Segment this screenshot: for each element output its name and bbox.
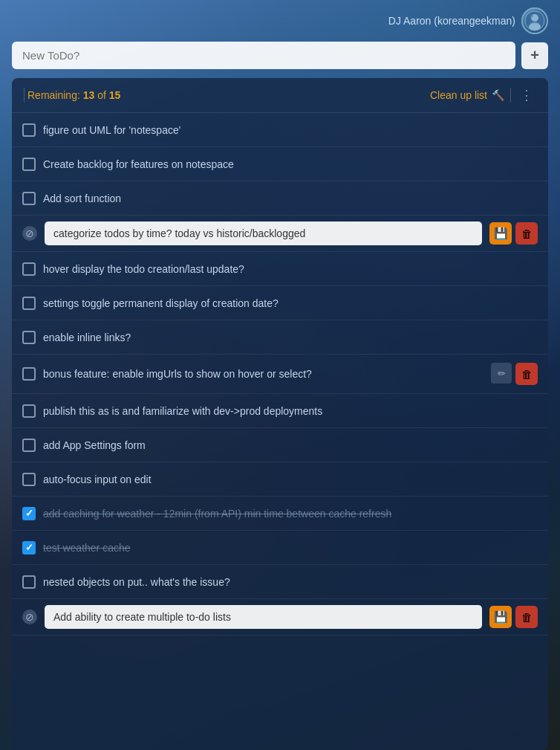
todo-checkbox-10[interactable] [22,439,36,452]
cancel-icon-15[interactable]: ⊘ [22,610,37,624]
todo-checkbox-11[interactable] [22,473,36,486]
todo-checkbox-14[interactable] [22,575,36,589]
todo-text-13: test weather cache [43,542,538,554]
add-todo-button[interactable]: + [521,42,548,69]
todo-item: settings toggle permanent display of cre… [12,286,548,320]
delete-icon: 🗑 [521,227,533,240]
todo-checkbox-3[interactable] [22,192,36,205]
save-button-15[interactable]: 💾 [489,606,512,628]
todo-text-11: auto-focus input on edit [43,473,538,485]
delete-icon: 🗑 [521,368,533,381]
todo-item: hover display the todo creation/last upd… [12,252,548,286]
new-todo-input[interactable] [12,42,515,69]
todo-checkbox-9[interactable] [22,404,36,418]
todo-item-edit: ⊘ 💾 🗑 [12,216,548,252]
todo-text-3: Add sort function [43,193,538,204]
todo-item-edit-last: ⊘ 💾 🗑 [12,599,548,636]
todo-text-5: hover display the todo creation/last upd… [43,263,538,275]
username: DJ Aaron (koreangeekman) [388,15,515,27]
todo-text-6: settings toggle permanent display of cre… [43,297,538,309]
todo-item: auto-focus input on edit [12,462,548,497]
delete-button-4[interactable]: 🗑 [515,222,538,245]
edit-icon: ✏ [498,368,506,379]
edit-actions: 💾 🗑 [489,222,538,245]
todo-text-9: publish this as is and familiarize with … [43,405,538,417]
todo-checkbox-6[interactable] [22,297,36,310]
edit-actions-15: 💾 🗑 [489,606,538,628]
todo-text-10: add App Settings form [43,439,538,451]
new-todo-row: + [0,42,560,78]
save-icon: 💾 [494,227,508,240]
todo-item: add App Settings form [12,428,548,462]
cleanup-button[interactable]: Clean up list 🔨 [430,89,504,101]
todo-text-12: add caching for weather - 12min (from AP… [43,508,538,520]
broom-icon: 🔨 [492,89,504,101]
todo-checkbox-1[interactable] [22,123,36,137]
todo-item: enable inline links? [12,320,548,355]
todo-item: publish this as is and familiarize with … [12,394,548,428]
todo-checkbox-12[interactable] [22,507,36,520]
divider-left [24,88,25,103]
todo-item: Create backlog for features on notespace [12,147,548,181]
divider-right [510,88,511,103]
todo-text-7: enable inline links? [43,332,538,343]
todo-edit-input-4[interactable] [45,222,482,245]
todo-checkbox-13[interactable] [22,541,36,555]
svg-point-3 [530,15,533,18]
todo-checkbox-5[interactable] [22,262,36,276]
edit-button-8[interactable]: ✏ [491,363,512,384]
save-icon: 💾 [494,610,508,624]
todo-list-container: Remaining: 13 of 15 Clean up list 🔨 ⋮ fi… [12,78,548,750]
todo-text-1: figure out UML for 'notespace' [43,124,538,136]
header: DJ Aaron (koreangeekman) [0,0,560,42]
todo-text-2: Create backlog for features on notespace [43,158,538,170]
user-avatar [521,7,548,34]
todo-edit-input-15[interactable] [45,605,482,629]
todo-item-completed: test weather cache [12,531,548,565]
svg-point-2 [529,23,541,30]
save-button-4[interactable]: 💾 [489,222,512,245]
cancel-icon[interactable]: ⊘ [22,226,37,241]
remaining-text: Remaining: 13 of 15 [27,89,120,101]
hover-actions-8: ✏ 🗑 [491,363,538,385]
todo-item-completed: add caching for weather - 12min (from AP… [12,497,548,531]
todo-text-14: nested objects on put.. what's the issue… [43,576,538,588]
delete-button-8[interactable]: 🗑 [515,363,538,385]
todo-checkbox-2[interactable] [22,158,36,171]
todo-item: nested objects on put.. what's the issue… [12,565,548,599]
todo-item: Add sort function [12,181,548,216]
delete-icon: 🗑 [521,611,533,624]
menu-dots[interactable]: ⋮ [517,87,536,103]
todo-checkbox-8[interactable] [22,367,36,381]
delete-button-15[interactable]: 🗑 [515,606,538,628]
todo-item: bonus feature: enable imgUrls to show on… [12,355,548,394]
stats-bar: Remaining: 13 of 15 Clean up list 🔨 ⋮ [12,78,548,113]
todo-text-8: bonus feature: enable imgUrls to show on… [43,368,484,380]
todo-checkbox-7[interactable] [22,331,36,344]
todo-item: figure out UML for 'notespace' [12,113,548,147]
